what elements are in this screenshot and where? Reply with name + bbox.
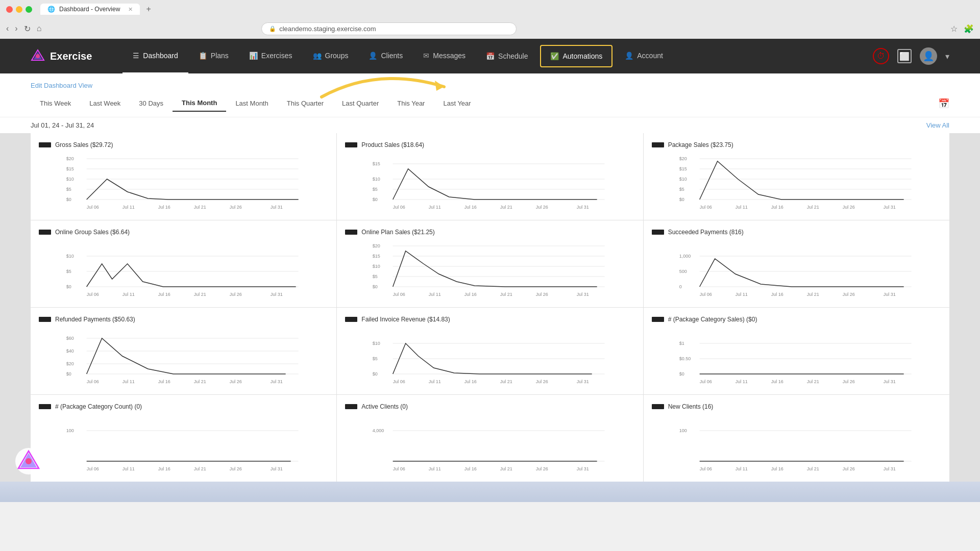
nav-item-groups[interactable]: 👥 Groups [303,39,359,73]
nav-items: ☰ Dashboard 📋 Plans 📊 Exercises 👥 Groups… [122,39,873,73]
svg-text:Jul 26: Jul 26 [536,205,548,210]
nav-label-groups: Groups [325,52,349,60]
logo-text: Exercise [50,51,92,62]
automations-icon: ✅ [550,52,559,60]
url-bar[interactable]: 🔒 cleandemo.staging.exercise.com [261,22,517,35]
chart-title: # (Package Category Count) (0) [55,403,142,410]
edit-dashboard-link[interactable]: Edit Dashboard View [31,82,92,89]
nav-item-automations[interactable]: ✅ Automations [540,45,612,67]
svg-text:Jul 16: Jul 16 [771,466,783,471]
filter-last-month[interactable]: Last Month [226,95,277,111]
home-button[interactable]: ⌂ [37,24,42,33]
svg-text:Jul 26: Jul 26 [842,466,854,471]
svg-text:$5: $5 [373,274,378,279]
svg-text:Jul 21: Jul 21 [194,205,206,210]
svg-text:Jul 16: Jul 16 [464,292,477,297]
svg-text:Jul 06: Jul 06 [393,466,405,471]
svg-text:Jul 16: Jul 16 [464,205,477,210]
chart-title: # (Package Category Sales) ($0) [668,316,757,323]
svg-text:$5: $5 [679,187,684,192]
svg-text:Jul 31: Jul 31 [883,205,895,210]
nav-item-account[interactable]: 👤 Account [615,39,673,73]
extensions-icon[interactable]: 🧩 [964,24,974,34]
chart-legend-box [652,230,664,235]
filter-last-quarter[interactable]: Last Quarter [333,95,388,111]
filter-30-days[interactable]: 30 Days [130,95,173,111]
svg-text:Jul 31: Jul 31 [883,466,895,471]
svg-text:Jul 26: Jul 26 [842,292,854,297]
chart-card-succeeded-payments: Succeeded Payments (816) .axis-label { f… [644,220,949,307]
svg-text:Jul 06: Jul 06 [87,379,99,384]
filter-this-month[interactable]: This Month [173,95,226,112]
bookmark-icon[interactable]: ☆ [950,24,958,34]
minimize-dot[interactable] [16,6,22,13]
chart-legend-box [652,317,664,322]
messages-icon: ✉ [423,52,429,60]
svg-text:Jul 16: Jul 16 [158,205,170,210]
svg-text:100: 100 [66,428,74,433]
logo[interactable]: Exercise [31,49,92,63]
chart-card-new-clients: New Clients (16) .axis-label { font-size… [644,395,949,482]
svg-text:Jul 26: Jul 26 [842,379,854,384]
nav-item-messages[interactable]: ✉ Messages [413,39,476,73]
chart-svg-active-clients: .axis-label { font-size: 9px; fill: #888… [345,415,634,471]
maximize-dot[interactable] [26,6,32,13]
new-tab-button[interactable]: + [146,5,151,14]
svg-text:Jul 31: Jul 31 [271,466,283,471]
chart-legend-box [345,404,357,409]
browser-bottom-bar [0,482,980,502]
svg-text:Jul 21: Jul 21 [806,292,819,297]
svg-text:$0: $0 [66,284,71,289]
reload-button[interactable]: ↻ [24,24,31,34]
nav-item-dashboard[interactable]: ☰ Dashboard [122,39,188,73]
nav-item-plans[interactable]: 📋 Plans [188,39,239,73]
chart-title: Online Plan Sales ($21.25) [361,229,434,236]
svg-text:$5: $5 [373,187,378,192]
date-range-row: Jul 01, 24 - Jul 31, 24 View All [0,117,980,133]
svg-text:Jul 16: Jul 16 [158,292,170,297]
view-all-link[interactable]: View All [926,121,949,129]
chart-svg-pkg-cat-count: .axis-label { font-size: 9px; fill: #888… [39,415,328,471]
top-nav: Exercise ☰ Dashboard 📋 Plans 📊 Exercises… [0,39,980,73]
filter-last-year[interactable]: Last Year [434,95,480,111]
svg-text:Jul 11: Jul 11 [735,379,747,384]
svg-text:$20: $20 [679,156,687,161]
svg-text:$0: $0 [679,371,684,377]
svg-text:$20: $20 [373,243,380,248]
window-icon[interactable]: ⬜ [897,49,912,63]
calendar-icon[interactable]: 📅 [938,98,949,109]
timer-icon[interactable]: ⏱ [873,48,889,64]
chart-title: Active Clients (0) [361,403,408,410]
avatar[interactable]: 👤 [920,47,937,65]
nav-label-plans: Plans [211,52,229,60]
svg-text:Jul 06: Jul 06 [699,205,712,210]
filter-this-week[interactable]: This Week [31,95,80,111]
date-range-text: Jul 01, 24 - Jul 31, 24 [31,121,94,129]
svg-text:Jul 11: Jul 11 [122,205,135,210]
filter-this-quarter[interactable]: This Quarter [278,95,333,111]
svg-text:$5: $5 [66,269,71,274]
svg-text:$10: $10 [373,341,380,346]
svg-text:Jul 06: Jul 06 [699,292,712,297]
svg-text:Jul 11: Jul 11 [429,205,441,210]
svg-text:Jul 16: Jul 16 [771,205,783,210]
svg-text:Jul 31: Jul 31 [271,205,283,210]
nav-item-schedule[interactable]: 📅 Schedule [476,39,538,73]
svg-text:Jul 11: Jul 11 [735,466,747,471]
nav-item-exercises[interactable]: 📊 Exercises [239,39,303,73]
svg-text:$15: $15 [373,161,380,166]
nav-item-clients[interactable]: 👤 Clients [358,39,413,73]
chart-card-group-sales: Online Group Sales ($6.64) .axis-label {… [31,220,336,307]
forward-button[interactable]: › [15,24,17,33]
back-button[interactable]: ‹ [6,24,9,33]
filter-last-week[interactable]: Last Week [80,95,130,111]
nav-right-controls: ⏱ ⬜ 👤 ▾ [873,47,949,65]
user-menu-chevron[interactable]: ▾ [945,52,949,61]
chart-svg-failed-invoice: .axis-label { font-size: 9px; fill: #888… [345,328,634,384]
browser-traffic-lights[interactable] [6,6,32,13]
browser-tab[interactable]: 🌐 Dashboard - Overview ✕ [40,4,140,15]
close-dot[interactable] [6,6,13,13]
svg-text:Jul 21: Jul 21 [500,379,512,384]
filter-this-year[interactable]: This Year [388,95,434,111]
clients-icon: 👤 [369,52,377,60]
